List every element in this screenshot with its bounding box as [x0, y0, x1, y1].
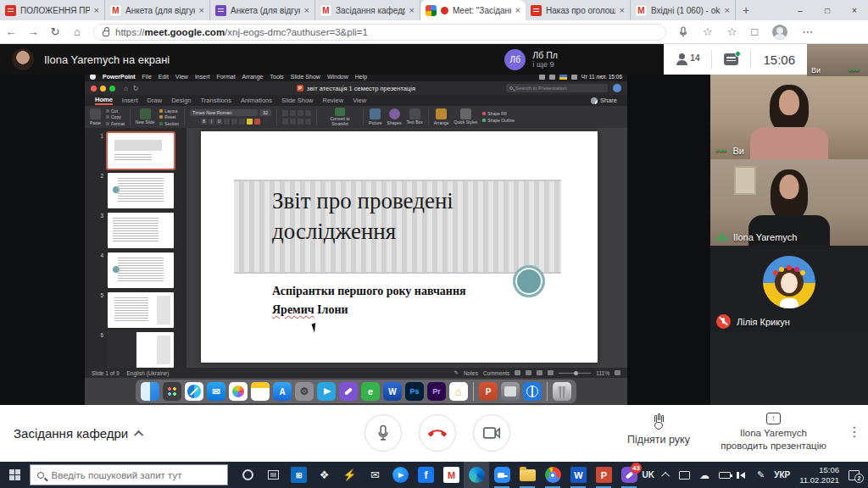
task-view-button[interactable]: [260, 462, 286, 488]
close-icon[interactable]: ×: [515, 5, 520, 15]
leave-call-button[interactable]: [419, 414, 456, 452]
minimize-button[interactable]: –: [787, 0, 814, 20]
url-field[interactable]: https://meet.google.com/xnj-eogs-dmc?aut…: [93, 24, 666, 41]
video-tile-ilona[interactable]: Ilona Yaremych: [710, 159, 868, 246]
ppt-font-size: 32: [259, 109, 271, 116]
reload-button[interactable]: ↻: [44, 25, 66, 38]
ppt-account-avatar: [613, 84, 621, 92]
start-button[interactable]: [0, 462, 30, 488]
close-icon[interactable]: ×: [620, 5, 625, 15]
tab-label: Засідання кафедри -: [336, 6, 405, 15]
meet-stage: PowerPoint File Edit View Insert Format …: [0, 44, 868, 405]
ppt-ribbon-toolbar: Paste Cut Copy Format New Slide Layout R…: [85, 106, 627, 128]
powerpoint-button[interactable]: P: [591, 462, 616, 488]
word-button[interactable]: W: [565, 462, 591, 488]
video-tile-liliya[interactable]: Лілія Крикун: [710, 246, 868, 332]
pen-icon[interactable]: ✎: [757, 469, 765, 480]
browser-tab-gmail-1[interactable]: M Анкета (для відгуку м ×: [105, 0, 210, 20]
raise-hand-button[interactable]: Підняти руку: [625, 415, 693, 446]
browser-tab-pdf-2[interactable]: Наказ про оголошен ×: [526, 0, 631, 20]
microsoft-store-icon: ⊞: [291, 467, 307, 483]
raise-hand-label: Підняти руку: [625, 434, 693, 446]
onedrive-icon[interactable]: ☁: [699, 469, 709, 481]
ppt-zoom-slider: [559, 373, 591, 374]
forward-button[interactable]: →: [22, 25, 44, 38]
more-options-icon[interactable]: ⋮: [848, 424, 861, 440]
taskbar-search-input[interactable]: [51, 470, 220, 480]
app-bolt-button[interactable]: ⚡: [337, 462, 362, 488]
new-tab-button[interactable]: +: [736, 0, 756, 20]
tray-expand-icon[interactable]: [661, 472, 670, 480]
facebook-button[interactable]: f: [413, 462, 438, 488]
edge-button[interactable]: [464, 462, 489, 488]
mac-menu-file: File: [142, 74, 152, 80]
dock-separator: [547, 382, 548, 401]
store-button[interactable]: ⊞: [286, 462, 311, 488]
slide-title: Звіт про проведені дослідження: [272, 186, 552, 247]
powerpoint-icon: P: [596, 467, 612, 483]
url-text: https://meet.google.com/xnj-eogs-dmc?aut…: [115, 27, 368, 37]
keyboard-lang[interactable]: УКР: [774, 470, 790, 480]
close-icon[interactable]: ×: [94, 5, 99, 15]
cortana-button[interactable]: [235, 462, 260, 488]
keyboard-lang-small[interactable]: UK: [642, 470, 654, 480]
presenting-status[interactable]: ↑ Ilona Yaremych проводить презентацію: [716, 413, 831, 452]
taskbar-search[interactable]: [30, 464, 228, 485]
browser-menu-icon[interactable]: ⋯: [802, 25, 813, 38]
battery-icon[interactable]: [719, 472, 731, 479]
viber-button[interactable]: 43: [616, 462, 642, 488]
video-tile-you[interactable]: •••Ви: [710, 73, 868, 159]
chrome-button[interactable]: [540, 462, 565, 488]
mail-button[interactable]: ✉: [362, 462, 387, 488]
tab-groups-icon[interactable]: □: [751, 25, 758, 38]
zoom-button[interactable]: [489, 462, 515, 488]
mac-status-icons: Чт 11 лют. 15:06: [539, 74, 622, 80]
mic-permission-icon[interactable]: [678, 26, 688, 38]
close-icon[interactable]: ×: [409, 5, 415, 15]
camera-toggle-button[interactable]: [473, 414, 510, 452]
browser-tab-gmail-2[interactable]: M Засідання кафедри - ×: [315, 0, 420, 20]
participants-button[interactable]: 14: [676, 53, 699, 65]
dock-separator: [473, 382, 474, 401]
tile-name-label: Ви•••: [811, 66, 821, 75]
close-icon[interactable]: ×: [199, 5, 204, 15]
messenger-button[interactable]: [387, 462, 413, 488]
browser-profile-avatar[interactable]: [772, 25, 787, 40]
close-window-button[interactable]: ×: [841, 0, 868, 20]
meeting-details-button[interactable]: Засідання кафедри: [14, 426, 143, 441]
home-button[interactable]: ⌂: [66, 25, 88, 38]
display-icon[interactable]: [679, 471, 690, 480]
favorites-star-icon[interactable]: ☆: [703, 25, 713, 38]
ppt-share-button: Share: [591, 97, 617, 104]
collections-icon[interactable]: ☆: [727, 25, 737, 38]
browser-tab-pdf-1[interactable]: ПОЛОЖЕННЯ ПРО ЗА ×: [0, 0, 105, 20]
mac-minimize-icon: [100, 86, 106, 92]
tray-clock[interactable]: 15:06 11.02.2021: [799, 465, 839, 485]
ppt-view-sorter-icon: [526, 370, 531, 375]
action-center-icon[interactable]: 2: [849, 470, 860, 480]
volume-icon[interactable]: [740, 472, 745, 479]
chat-button[interactable]: [724, 53, 738, 65]
browser-tab-meet-active[interactable]: Meet: "Засідання ×: [420, 0, 526, 20]
participant-avatar: [763, 256, 815, 308]
dropbox-button[interactable]: ❖: [311, 462, 337, 488]
mic-toggle-button[interactable]: [364, 414, 402, 452]
file-explorer-button[interactable]: [515, 462, 540, 488]
browser-tab-forms[interactable]: Анкета (для відгуку м ×: [210, 0, 315, 20]
close-icon[interactable]: ×: [725, 5, 730, 15]
participants-group-avatar[interactable]: Лб: [504, 49, 526, 70]
pdf-icon: [531, 5, 542, 16]
meet-header-panel: 14 15:06: [664, 44, 807, 75]
back-button[interactable]: ←: [0, 25, 22, 38]
mac-menu-edit: Edit: [159, 74, 169, 80]
maximize-button[interactable]: □: [814, 0, 841, 20]
tray-time: 15:06: [799, 465, 839, 475]
browser-tab-gmail-3[interactable]: M Вхідні (1 060) - oksan ×: [631, 0, 736, 20]
tab-label: ПОЛОЖЕННЯ ПРО ЗА: [20, 6, 90, 15]
close-icon[interactable]: ×: [304, 5, 309, 15]
video-tile-self-small[interactable]: Ви•••: [807, 44, 868, 76]
bolt-icon: ⚡: [342, 467, 358, 483]
slide-subtitle-2: Яремич Ілони: [272, 303, 348, 317]
gmail-button[interactable]: M: [438, 462, 464, 488]
tile-name-label: Ilona Yaremych: [716, 232, 797, 242]
